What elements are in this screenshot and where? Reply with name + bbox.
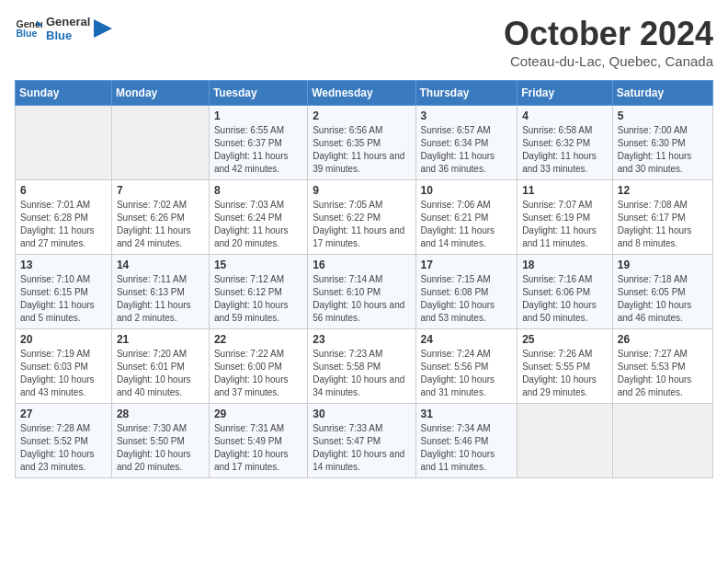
day-number: 11 — [522, 184, 608, 197]
day-info: Sunrise: 7:33 AM Sunset: 5:47 PM Dayligh… — [313, 422, 410, 474]
day-info: Sunrise: 7:05 AM Sunset: 6:22 PM Dayligh… — [313, 199, 410, 250]
day-number: 6 — [20, 184, 107, 197]
calendar-cell: 26Sunrise: 7:27 AM Sunset: 5:53 PM Dayli… — [612, 329, 712, 404]
day-number: 10 — [421, 184, 513, 197]
month-title: October 2024 — [504, 15, 713, 53]
calendar-cell: 31Sunrise: 7:34 AM Sunset: 5:46 PM Dayli… — [415, 404, 518, 478]
week-row-2: 6Sunrise: 7:01 AM Sunset: 6:28 PM Daylig… — [16, 180, 713, 255]
day-number: 8 — [214, 184, 302, 197]
day-info: Sunrise: 7:06 AM Sunset: 6:21 PM Dayligh… — [421, 199, 513, 250]
calendar-cell: 8Sunrise: 7:03 AM Sunset: 6:24 PM Daylig… — [209, 180, 307, 255]
day-number: 14 — [117, 259, 204, 271]
calendar-cell: 11Sunrise: 7:07 AM Sunset: 6:19 PM Dayli… — [518, 180, 613, 255]
header-row: Sunday Monday Tuesday Wednesday Thursday… — [16, 81, 713, 106]
calendar-cell: 16Sunrise: 7:14 AM Sunset: 6:10 PM Dayli… — [308, 255, 415, 329]
calendar-cell: 17Sunrise: 7:15 AM Sunset: 6:08 PM Dayli… — [415, 255, 518, 329]
day-info: Sunrise: 7:07 AM Sunset: 6:19 PM Dayligh… — [522, 199, 608, 250]
day-info: Sunrise: 7:19 AM Sunset: 6:03 PM Dayligh… — [20, 348, 107, 399]
day-info: Sunrise: 6:56 AM Sunset: 6:35 PM Dayligh… — [313, 124, 410, 176]
day-number: 5 — [618, 109, 708, 122]
day-info: Sunrise: 7:30 AM Sunset: 5:50 PM Dayligh… — [117, 422, 204, 474]
calendar-cell: 30Sunrise: 7:33 AM Sunset: 5:47 PM Dayli… — [308, 404, 415, 478]
calendar-cell: 7Sunrise: 7:02 AM Sunset: 6:26 PM Daylig… — [111, 180, 209, 255]
day-number: 1 — [214, 109, 302, 122]
day-number: 9 — [313, 184, 410, 197]
day-info: Sunrise: 7:10 AM Sunset: 6:15 PM Dayligh… — [20, 273, 107, 325]
calendar-cell: 13Sunrise: 7:10 AM Sunset: 6:15 PM Dayli… — [16, 255, 112, 329]
day-number: 30 — [313, 408, 410, 420]
day-info: Sunrise: 7:24 AM Sunset: 5:56 PM Dayligh… — [421, 348, 513, 399]
calendar-cell: 10Sunrise: 7:06 AM Sunset: 6:21 PM Dayli… — [415, 180, 518, 255]
logo-blue: Blue — [46, 29, 90, 42]
calendar-cell: 21Sunrise: 7:20 AM Sunset: 6:01 PM Dayli… — [111, 329, 209, 404]
day-info: Sunrise: 7:20 AM Sunset: 6:01 PM Dayligh… — [117, 348, 204, 399]
day-info: Sunrise: 7:00 AM Sunset: 6:30 PM Dayligh… — [618, 124, 708, 176]
header-tuesday: Tuesday — [209, 81, 307, 106]
day-number: 20 — [20, 333, 107, 346]
day-info: Sunrise: 7:22 AM Sunset: 6:00 PM Dayligh… — [214, 348, 302, 399]
day-number: 7 — [117, 184, 204, 197]
calendar-cell: 24Sunrise: 7:24 AM Sunset: 5:56 PM Dayli… — [415, 329, 518, 404]
week-row-4: 20Sunrise: 7:19 AM Sunset: 6:03 PM Dayli… — [16, 329, 713, 404]
calendar-header: Sunday Monday Tuesday Wednesday Thursday… — [16, 81, 713, 106]
day-number: 12 — [618, 184, 708, 197]
calendar-cell: 9Sunrise: 7:05 AM Sunset: 6:22 PM Daylig… — [308, 180, 415, 255]
day-info: Sunrise: 7:26 AM Sunset: 5:55 PM Dayligh… — [522, 348, 608, 399]
day-info: Sunrise: 7:03 AM Sunset: 6:24 PM Dayligh… — [214, 199, 302, 250]
calendar-cell — [612, 404, 712, 478]
svg-text:Blue: Blue — [17, 28, 38, 39]
calendar-cell: 14Sunrise: 7:11 AM Sunset: 6:13 PM Dayli… — [111, 255, 209, 329]
logo-icon: General Blue — [15, 15, 42, 42]
title-section: October 2024 Coteau-du-Lac, Quebec, Cana… — [504, 15, 713, 69]
day-number: 19 — [618, 259, 708, 271]
day-number: 29 — [214, 408, 302, 420]
day-info: Sunrise: 7:27 AM Sunset: 5:53 PM Dayligh… — [618, 348, 708, 399]
day-info: Sunrise: 7:18 AM Sunset: 6:05 PM Dayligh… — [618, 273, 708, 325]
calendar-cell: 23Sunrise: 7:23 AM Sunset: 5:58 PM Dayli… — [308, 329, 415, 404]
day-number: 23 — [313, 333, 410, 346]
day-info: Sunrise: 7:23 AM Sunset: 5:58 PM Dayligh… — [313, 348, 410, 399]
day-number: 21 — [117, 333, 204, 346]
calendar-cell: 15Sunrise: 7:12 AM Sunset: 6:12 PM Dayli… — [209, 255, 307, 329]
day-number: 2 — [313, 109, 410, 122]
day-info: Sunrise: 6:58 AM Sunset: 6:32 PM Dayligh… — [522, 124, 608, 176]
day-info: Sunrise: 6:57 AM Sunset: 6:34 PM Dayligh… — [421, 124, 513, 176]
calendar-cell: 28Sunrise: 7:30 AM Sunset: 5:50 PM Dayli… — [111, 404, 209, 478]
calendar-cell: 22Sunrise: 7:22 AM Sunset: 6:00 PM Dayli… — [209, 329, 307, 404]
day-number: 17 — [421, 259, 513, 271]
calendar-cell — [518, 404, 613, 478]
week-row-3: 13Sunrise: 7:10 AM Sunset: 6:15 PM Dayli… — [16, 255, 713, 329]
page-header: General Blue General Blue October 2024 C… — [15, 15, 713, 69]
header-monday: Monday — [111, 81, 209, 106]
header-saturday: Saturday — [612, 81, 712, 106]
day-info: Sunrise: 7:12 AM Sunset: 6:12 PM Dayligh… — [214, 273, 302, 325]
header-friday: Friday — [518, 81, 613, 106]
calendar-cell: 29Sunrise: 7:31 AM Sunset: 5:49 PM Dayli… — [209, 404, 307, 478]
day-info: Sunrise: 7:14 AM Sunset: 6:10 PM Dayligh… — [313, 273, 410, 325]
day-info: Sunrise: 7:08 AM Sunset: 6:17 PM Dayligh… — [618, 199, 708, 250]
day-info: Sunrise: 7:15 AM Sunset: 6:08 PM Dayligh… — [421, 273, 513, 325]
location-subtitle: Coteau-du-Lac, Quebec, Canada — [504, 53, 713, 69]
calendar-cell: 5Sunrise: 7:00 AM Sunset: 6:30 PM Daylig… — [612, 106, 712, 180]
day-number: 22 — [214, 333, 302, 346]
day-number: 27 — [20, 408, 107, 420]
day-number: 3 — [421, 109, 513, 122]
day-info: Sunrise: 7:01 AM Sunset: 6:28 PM Dayligh… — [20, 199, 107, 250]
day-info: Sunrise: 7:31 AM Sunset: 5:49 PM Dayligh… — [214, 422, 302, 474]
calendar-cell: 19Sunrise: 7:18 AM Sunset: 6:05 PM Dayli… — [612, 255, 712, 329]
calendar-cell: 3Sunrise: 6:57 AM Sunset: 6:34 PM Daylig… — [415, 106, 518, 180]
logo-general: General — [46, 15, 90, 29]
calendar-cell: 2Sunrise: 6:56 AM Sunset: 6:35 PM Daylig… — [308, 106, 415, 180]
svg-marker-3 — [94, 19, 112, 38]
calendar-cell: 6Sunrise: 7:01 AM Sunset: 6:28 PM Daylig… — [16, 180, 112, 255]
day-number: 16 — [313, 259, 410, 271]
day-number: 15 — [214, 259, 302, 271]
logo: General Blue General Blue — [15, 15, 112, 42]
day-info: Sunrise: 7:11 AM Sunset: 6:13 PM Dayligh… — [117, 273, 204, 325]
header-sunday: Sunday — [16, 81, 112, 106]
day-info: Sunrise: 7:34 AM Sunset: 5:46 PM Dayligh… — [421, 422, 513, 474]
calendar-cell — [16, 106, 112, 180]
calendar-cell — [111, 106, 209, 180]
day-info: Sunrise: 6:55 AM Sunset: 6:37 PM Dayligh… — [214, 124, 302, 176]
day-number: 4 — [522, 109, 608, 122]
